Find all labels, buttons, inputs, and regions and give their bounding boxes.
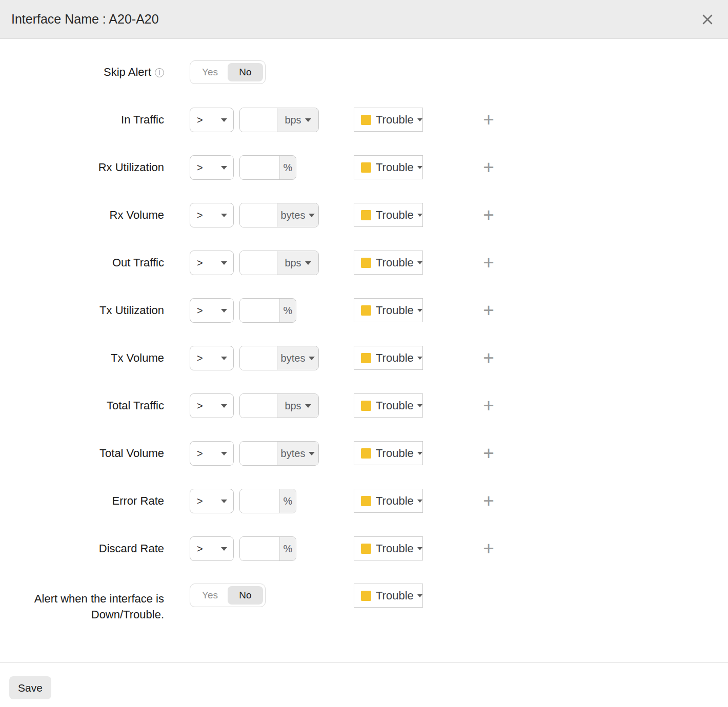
- trouble-color-swatch: [361, 162, 371, 173]
- interface-down-toggle[interactable]: Yes No: [190, 584, 266, 607]
- chevron-down-icon: [221, 309, 227, 313]
- condition-dropdown[interactable]: >: [190, 346, 234, 370]
- unit-dropdown[interactable]: bytes: [277, 203, 318, 227]
- chevron-down-icon: [221, 500, 227, 503]
- row-label: Total Volume: [0, 446, 164, 461]
- row-label: Tx Volume: [0, 350, 164, 366]
- condition-dropdown[interactable]: >: [190, 298, 234, 323]
- condition-dropdown[interactable]: >: [190, 536, 234, 561]
- condition-dropdown[interactable]: >: [190, 393, 234, 418]
- interface-down-toggle-no[interactable]: No: [228, 586, 263, 605]
- severity-dropdown[interactable]: Trouble: [354, 298, 423, 322]
- add-threshold-button[interactable]: +: [477, 108, 500, 132]
- skip-alert-row: Skip Alerti Yes No: [0, 60, 728, 84]
- add-threshold-button[interactable]: +: [477, 536, 500, 561]
- chevron-down-icon: [417, 214, 422, 217]
- unit-dropdown[interactable]: bps: [277, 251, 318, 275]
- threshold-row-in-traffic: In Traffic > bps Trouble +: [0, 108, 728, 155]
- condition-dropdown[interactable]: >: [190, 108, 234, 132]
- skip-alert-toggle-yes[interactable]: Yes: [192, 63, 228, 81]
- severity-dropdown[interactable]: Trouble: [354, 489, 423, 513]
- trouble-color-swatch: [361, 591, 371, 601]
- add-threshold-button[interactable]: +: [477, 251, 500, 275]
- severity-dropdown[interactable]: Trouble: [354, 251, 423, 275]
- condition-dropdown[interactable]: >: [190, 155, 234, 180]
- skip-alert-toggle-no[interactable]: No: [228, 63, 263, 81]
- threshold-value-group: bytes: [239, 441, 319, 466]
- severity-dropdown[interactable]: Trouble: [354, 203, 423, 227]
- unit-label: %: [279, 299, 296, 322]
- severity-value: Trouble: [376, 494, 414, 508]
- skip-alert-label: Skip Alerti: [0, 65, 164, 80]
- save-button[interactable]: Save: [9, 676, 51, 699]
- chevron-down-icon: [221, 357, 227, 360]
- chevron-down-icon: [417, 594, 422, 597]
- close-icon: [700, 12, 715, 27]
- trouble-color-swatch: [361, 544, 371, 554]
- threshold-value-input[interactable]: [240, 108, 277, 132]
- threshold-value-input[interactable]: [240, 489, 279, 513]
- severity-dropdown[interactable]: Trouble: [354, 441, 423, 465]
- condition-dropdown[interactable]: >: [190, 489, 234, 513]
- severity-value: Trouble: [376, 542, 414, 555]
- condition-dropdown[interactable]: >: [190, 441, 234, 466]
- severity-dropdown[interactable]: Trouble: [354, 536, 423, 560]
- threshold-row-out-traffic: Out Traffic > bps Trouble +: [0, 251, 728, 298]
- condition-value: >: [197, 400, 221, 412]
- severity-dropdown[interactable]: Trouble: [354, 346, 423, 370]
- chevron-down-icon: [417, 452, 422, 455]
- severity-dropdown[interactable]: Trouble: [354, 584, 423, 608]
- threshold-value-group: bytes: [239, 346, 319, 370]
- condition-value: >: [197, 114, 221, 126]
- unit-dropdown[interactable]: bps: [277, 394, 318, 418]
- unit-label: %: [279, 489, 296, 513]
- unit-value: bps: [285, 257, 301, 269]
- interface-down-row: Alert when the interface is Down/Trouble…: [0, 584, 728, 625]
- threshold-value-input[interactable]: [240, 299, 279, 322]
- severity-value: Trouble: [376, 351, 414, 365]
- row-label: Discard Rate: [0, 541, 164, 556]
- chevron-down-icon: [221, 166, 227, 170]
- unit-dropdown[interactable]: bps: [277, 108, 318, 132]
- row-label: Out Traffic: [0, 255, 164, 271]
- threshold-value-input[interactable]: [240, 442, 277, 465]
- chevron-down-icon: [221, 547, 227, 551]
- severity-value: Trouble: [376, 399, 414, 412]
- threshold-value-input[interactable]: [240, 251, 277, 275]
- severity-dropdown[interactable]: Trouble: [354, 108, 423, 132]
- chevron-down-icon: [417, 357, 422, 360]
- add-threshold-button[interactable]: +: [477, 441, 500, 466]
- add-threshold-button[interactable]: +: [477, 346, 500, 370]
- add-threshold-button[interactable]: +: [477, 489, 500, 513]
- threshold-value-group: bps: [239, 108, 319, 132]
- add-threshold-button[interactable]: +: [477, 203, 500, 227]
- threshold-row-total-volume: Total Volume > bytes Trouble +: [0, 441, 728, 489]
- interface-down-toggle-yes[interactable]: Yes: [192, 586, 228, 605]
- skip-alert-toggle[interactable]: Yes No: [190, 60, 266, 84]
- threshold-value-input[interactable]: [240, 156, 279, 179]
- condition-dropdown[interactable]: >: [190, 251, 234, 275]
- severity-dropdown[interactable]: Trouble: [354, 393, 423, 418]
- row-label: Tx Utilization: [0, 303, 164, 318]
- condition-value: >: [197, 495, 221, 507]
- condition-value: >: [197, 543, 221, 555]
- threshold-value-input[interactable]: [240, 346, 277, 370]
- row-label: Rx Volume: [0, 207, 164, 223]
- close-button[interactable]: [694, 6, 721, 33]
- add-threshold-button[interactable]: +: [477, 298, 500, 323]
- unit-dropdown[interactable]: bytes: [277, 442, 318, 465]
- chevron-down-icon: [221, 214, 227, 217]
- unit-label: %: [279, 156, 296, 179]
- condition-dropdown[interactable]: >: [190, 203, 234, 227]
- chevron-down-icon: [305, 404, 311, 408]
- unit-label: %: [279, 537, 296, 560]
- trouble-color-swatch: [361, 401, 371, 411]
- unit-dropdown[interactable]: bytes: [277, 346, 318, 370]
- threshold-value-input[interactable]: [240, 394, 277, 418]
- threshold-value-group: bps: [239, 251, 319, 275]
- severity-dropdown[interactable]: Trouble: [354, 155, 423, 179]
- threshold-value-input[interactable]: [240, 537, 279, 560]
- add-threshold-button[interactable]: +: [477, 155, 500, 180]
- add-threshold-button[interactable]: +: [477, 393, 500, 418]
- threshold-value-input[interactable]: [240, 203, 277, 227]
